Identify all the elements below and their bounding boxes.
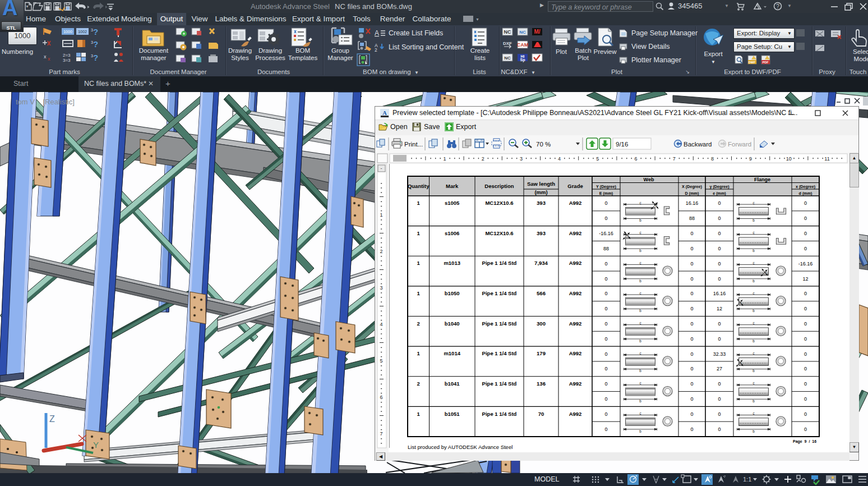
- svg-text:0: 0: [718, 381, 721, 387]
- svg-text:16.16: 16.16: [686, 200, 699, 206]
- svg-text:e (mm): e (mm): [713, 191, 726, 196]
- svg-text:1: 1: [417, 290, 421, 296]
- svg-text:0: 0: [690, 246, 693, 251]
- svg-text:27: 27: [717, 366, 722, 372]
- svg-text:0: 0: [718, 321, 721, 327]
- svg-text:0: 0: [718, 261, 721, 267]
- svg-text:0: 0: [804, 381, 807, 387]
- svg-text:1: 1: [417, 230, 421, 236]
- svg-text:A992: A992: [569, 230, 582, 236]
- svg-text:1:1: 1:1: [743, 476, 751, 483]
- svg-text:E (mm): E (mm): [599, 191, 613, 196]
- svg-text:0: 0: [690, 427, 693, 432]
- svg-text:0: 0: [690, 261, 693, 267]
- svg-text:1: 1: [443, 156, 446, 162]
- svg-text:0: 0: [690, 351, 693, 357]
- svg-text:0: 0: [604, 351, 607, 357]
- svg-text:Z: Z: [49, 414, 55, 424]
- svg-text:0: 0: [804, 200, 807, 206]
- svg-text:DWF: DWF: [749, 61, 756, 64]
- svg-text:Sp: Sp: [520, 58, 525, 62]
- svg-text:DXF: DXF: [503, 41, 512, 46]
- svg-text:2: 2: [417, 320, 420, 327]
- svg-text:0: 0: [690, 276, 693, 282]
- svg-text:0: 0: [604, 216, 607, 221]
- svg-text:Y: Y: [93, 440, 99, 450]
- svg-text:b1040: b1040: [445, 320, 460, 327]
- svg-text:2: 2: [417, 380, 420, 387]
- svg-text:0: 0: [690, 336, 693, 342]
- svg-text:Backward: Backward: [684, 141, 712, 148]
- svg-text:MC12X10.6: MC12X10.6: [485, 200, 513, 206]
- svg-text:0: 0: [604, 381, 607, 387]
- svg-text:0: 0: [604, 396, 607, 402]
- svg-text:A992: A992: [569, 350, 582, 356]
- svg-text:Flange: Flange: [754, 177, 770, 182]
- svg-text:0: 0: [718, 216, 721, 221]
- svg-text:3: 3: [91, 40, 93, 44]
- svg-text:Page 9 / 16: Page 9 / 16: [793, 439, 816, 444]
- svg-text:8: 8: [711, 156, 714, 162]
- svg-text:1: 1: [417, 411, 421, 417]
- svg-text:300: 300: [537, 320, 546, 327]
- svg-text:M/: M/: [534, 29, 540, 35]
- svg-text:0: 0: [604, 321, 607, 327]
- svg-text:Forward: Forward: [728, 141, 751, 148]
- svg-text:10: 10: [786, 156, 792, 162]
- svg-text:3: 3: [91, 54, 93, 58]
- svg-text:566: 566: [537, 290, 546, 296]
- svg-text:-16.16: -16.16: [599, 231, 613, 236]
- svg-text:0: 0: [804, 336, 807, 342]
- svg-text:Print...: Print...: [404, 141, 423, 148]
- svg-text:?: ?: [93, 39, 98, 49]
- svg-text:0: 0: [690, 321, 693, 327]
- svg-text:0: 0: [804, 366, 807, 372]
- svg-text:D (mm): D (mm): [685, 191, 699, 196]
- svg-text:Pipe 1 1/4 Std: Pipe 1 1/4 Std: [482, 380, 517, 387]
- svg-text:Pipe 1 1/4 Std: Pipe 1 1/4 Std: [482, 320, 517, 327]
- svg-text:X (Degree): X (Degree): [682, 184, 703, 189]
- svg-text:-16.16: -16.16: [798, 261, 813, 267]
- svg-text:A992: A992: [569, 290, 582, 296]
- svg-text:NC: NC: [519, 30, 526, 35]
- svg-text:y (Degree): y (Degree): [709, 184, 730, 189]
- svg-text:NC: NC: [504, 56, 511, 61]
- svg-text:A992: A992: [569, 380, 582, 387]
- svg-text:Grade: Grade: [567, 183, 583, 189]
- svg-text:0: 0: [804, 411, 807, 417]
- svg-text:0: 0: [804, 306, 807, 311]
- svg-text:88: 88: [689, 216, 695, 221]
- svg-text:Pipe 1 1/4 Std: Pipe 1 1/4 Std: [482, 260, 517, 266]
- svg-text:Description: Description: [484, 183, 514, 189]
- svg-text:Pipe 1 1/4 Std: Pipe 1 1/4 Std: [482, 411, 517, 417]
- svg-text:0: 0: [718, 396, 721, 402]
- svg-text:6: 6: [634, 156, 637, 162]
- svg-text:0: 0: [804, 351, 807, 357]
- svg-text:s1006: s1006: [445, 230, 459, 236]
- svg-text:PDF: PDF: [763, 61, 769, 64]
- svg-text:?: ?: [93, 27, 98, 36]
- svg-text:A992: A992: [569, 320, 582, 327]
- svg-text:70: 70: [538, 411, 544, 417]
- svg-text:0: 0: [604, 276, 607, 282]
- svg-text:Y (Degree): Y (Degree): [596, 184, 616, 189]
- svg-text:Quantity: Quantity: [408, 183, 430, 189]
- svg-text:0: 0: [804, 246, 807, 251]
- svg-text:0: 0: [718, 427, 721, 432]
- svg-text:1002: 1002: [78, 30, 87, 34]
- svg-text:0: 0: [804, 427, 807, 432]
- svg-text:0: 0: [690, 396, 693, 402]
- svg-text:9/16: 9/16: [616, 141, 628, 148]
- svg-text:Web: Web: [644, 177, 654, 182]
- svg-text:0: 0: [690, 381, 693, 387]
- svg-text:x (Degree): x (Degree): [796, 184, 816, 189]
- svg-text:0: 0: [690, 291, 693, 296]
- svg-text:5: 5: [596, 156, 599, 162]
- svg-text:?: ?: [776, 3, 779, 10]
- svg-text:0: 0: [690, 366, 693, 372]
- svg-text:CAM: CAM: [517, 42, 529, 48]
- svg-text:0: 0: [604, 336, 607, 342]
- svg-text:7,934: 7,934: [534, 260, 548, 266]
- svg-text:0: 0: [804, 216, 807, 221]
- svg-text:393: 393: [537, 200, 546, 206]
